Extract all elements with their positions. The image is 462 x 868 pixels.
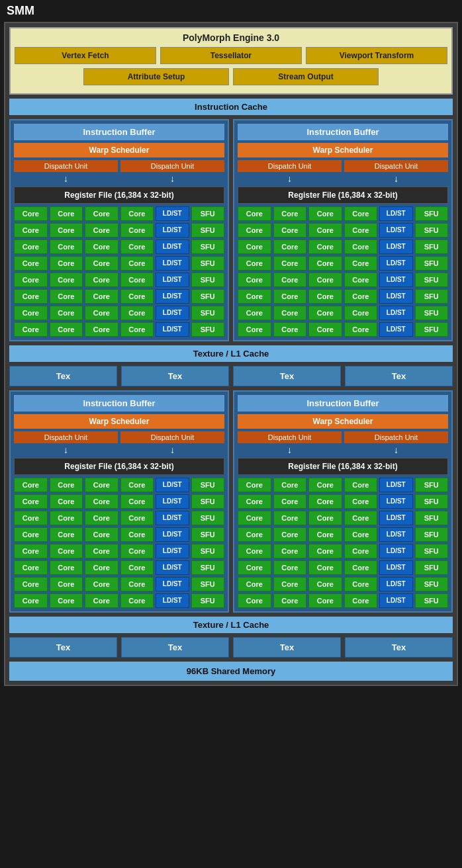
core-cell: Core bbox=[120, 289, 154, 304]
sfu-cell: SFU bbox=[415, 206, 449, 221]
outer-wrapper: PolyMorph Engine 3.0 Vertex Fetch Tessel… bbox=[4, 22, 458, 686]
core-cell: Core bbox=[238, 306, 271, 320]
arrow2-top-left: ↓ bbox=[120, 173, 224, 184]
core-cell: Core bbox=[308, 289, 342, 304]
core-row: Core Core Core Core LD/ST SFU bbox=[14, 511, 224, 525]
bottom-sm-section: Instruction Buffer Warp Scheduler Dispat… bbox=[9, 390, 453, 613]
ldst-cell: LD/ST bbox=[379, 527, 413, 542]
dispatch1-bottom-right: Dispatch Unit bbox=[238, 431, 342, 443]
tex2-bottom: Tex bbox=[121, 637, 229, 658]
core-cell: Core bbox=[308, 256, 342, 271]
core-row: Core Core Core Core LD/ST SFU bbox=[238, 239, 448, 254]
core-row: Core Core Core Core LD/ST SFU bbox=[14, 239, 224, 254]
core-cell: Core bbox=[273, 289, 307, 304]
core-cell: Core bbox=[120, 223, 154, 238]
core-cell: Core bbox=[14, 593, 48, 608]
stream-output: Stream Output bbox=[233, 68, 379, 85]
core-cell: Core bbox=[308, 322, 342, 337]
core-cell: Core bbox=[120, 560, 154, 575]
tex3-bottom: Tex bbox=[233, 637, 341, 658]
polymorph-title: PolyMorph Engine 3.0 bbox=[15, 32, 447, 43]
core-cell: Core bbox=[308, 527, 342, 542]
core-cell: Core bbox=[120, 544, 154, 558]
core-cell: Core bbox=[308, 494, 342, 509]
core-cell: Core bbox=[120, 306, 154, 320]
ldst-cell: LD/ST bbox=[156, 239, 189, 254]
core-cell: Core bbox=[85, 206, 118, 221]
sfu-cell: SFU bbox=[191, 256, 225, 271]
core-row: Core Core Core Core LD/ST SFU bbox=[238, 256, 448, 271]
core-cell: Core bbox=[120, 273, 154, 287]
arrow2-top-right: ↓ bbox=[344, 173, 448, 184]
core-cell: Core bbox=[85, 544, 118, 558]
arrow1-top-left: ↓ bbox=[14, 173, 118, 184]
dispatch1-top-left: Dispatch Unit bbox=[14, 160, 118, 172]
core-cell: Core bbox=[85, 322, 118, 337]
core-grid-top-left: Core Core Core Core LD/ST SFU Core Core … bbox=[14, 206, 224, 337]
ldst-cell: LD/ST bbox=[379, 577, 413, 591]
tex-row-top: Tex Tex Tex Tex bbox=[9, 366, 453, 386]
tex1-bottom: Tex bbox=[9, 637, 117, 658]
sfu-cell: SFU bbox=[415, 289, 449, 304]
core-cell: Core bbox=[308, 306, 342, 320]
core-row: Core Core Core Core LD/ST SFU bbox=[14, 593, 224, 608]
sfu-cell: SFU bbox=[415, 560, 449, 575]
core-row: Core Core Core Core LD/ST SFU bbox=[238, 494, 448, 509]
core-row: Core Core Core Core LD/ST SFU bbox=[238, 560, 448, 575]
sfu-cell: SFU bbox=[191, 322, 225, 337]
core-cell: Core bbox=[344, 273, 378, 287]
tex4-bottom: Tex bbox=[345, 637, 453, 658]
core-cell: Core bbox=[238, 322, 271, 337]
texture-cache-bottom: Texture / L1 Cache bbox=[9, 617, 453, 633]
core-row: Core Core Core Core LD/ST SFU bbox=[14, 223, 224, 238]
core-cell: Core bbox=[273, 256, 307, 271]
sfu-cell: SFU bbox=[191, 593, 225, 608]
sfu-cell: SFU bbox=[191, 527, 225, 542]
ib-bottom-left: Instruction Buffer bbox=[14, 395, 224, 412]
core-cell: Core bbox=[308, 223, 342, 238]
core-cell: Core bbox=[238, 544, 271, 558]
sfu-cell: SFU bbox=[191, 577, 225, 591]
core-cell: Core bbox=[273, 511, 307, 525]
core-cell: Core bbox=[238, 223, 271, 238]
core-cell: Core bbox=[344, 560, 378, 575]
core-cell: Core bbox=[273, 223, 307, 238]
sfu-cell: SFU bbox=[415, 593, 449, 608]
dispatch-row-top-left: Dispatch Unit Dispatch Unit bbox=[14, 160, 224, 172]
dispatch2-bottom-left: Dispatch Unit bbox=[120, 431, 224, 443]
top-sm-section: Instruction Buffer Warp Scheduler Dispat… bbox=[9, 119, 453, 341]
sfu-cell: SFU bbox=[415, 256, 449, 271]
core-row: Core Core Core Core LD/ST SFU bbox=[238, 527, 448, 542]
dispatch1-top-right: Dispatch Unit bbox=[238, 160, 342, 172]
core-cell: Core bbox=[50, 206, 83, 221]
sfu-cell: SFU bbox=[415, 494, 449, 509]
core-cell: Core bbox=[14, 289, 48, 304]
core-cell: Core bbox=[273, 544, 307, 558]
tex3-top: Tex bbox=[233, 366, 341, 386]
shared-memory: 96KB Shared Memory bbox=[9, 662, 453, 681]
core-cell: Core bbox=[344, 289, 378, 304]
dispatch-row-bottom-right: Dispatch Unit Dispatch Unit bbox=[238, 431, 448, 443]
core-cell: Core bbox=[50, 239, 83, 254]
core-cell: Core bbox=[120, 239, 154, 254]
core-row: Core Core Core Core LD/ST SFU bbox=[14, 206, 224, 221]
ws-bottom-left: Warp Scheduler bbox=[14, 414, 224, 429]
dispatch-row-top-right: Dispatch Unit Dispatch Unit bbox=[238, 160, 448, 172]
core-cell: Core bbox=[50, 511, 83, 525]
core-cell: Core bbox=[308, 206, 342, 221]
sfu-cell: SFU bbox=[191, 273, 225, 287]
core-cell: Core bbox=[344, 593, 378, 608]
ldst-cell: LD/ST bbox=[156, 560, 189, 575]
arrow1-bottom-right: ↓ bbox=[238, 445, 342, 455]
arrow1-bottom-left: ↓ bbox=[14, 445, 118, 455]
core-cell: Core bbox=[14, 527, 48, 542]
core-cell: Core bbox=[273, 593, 307, 608]
core-cell: Core bbox=[120, 511, 154, 525]
ldst-cell: LD/ST bbox=[156, 206, 189, 221]
polymorph-row1: Vertex Fetch Tessellator Viewport Transf… bbox=[15, 47, 447, 64]
attribute-setup: Attribute Setup bbox=[83, 68, 229, 85]
core-cell: Core bbox=[50, 577, 83, 591]
core-cell: Core bbox=[308, 544, 342, 558]
ldst-cell: LD/ST bbox=[379, 544, 413, 558]
core-cell: Core bbox=[50, 478, 83, 492]
